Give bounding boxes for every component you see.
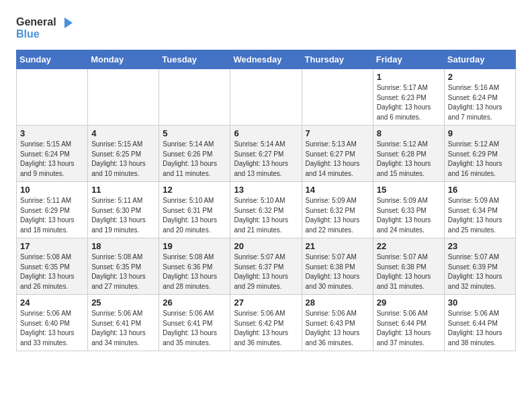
calendar-day-23: 23Sunrise: 5:07 AM Sunset: 6:39 PM Dayli… [444, 238, 515, 295]
weekday-header-thursday: Thursday [302, 50, 373, 69]
day-info: Sunrise: 5:11 AM Sunset: 6:30 PM Dayligh… [91, 197, 147, 234]
day-info: Sunrise: 5:15 AM Sunset: 6:25 PM Dayligh… [91, 140, 147, 177]
day-info: Sunrise: 5:14 AM Sunset: 6:26 PM Dayligh… [163, 140, 218, 177]
day-number: 25 [91, 298, 155, 308]
logo: GeneralBlue [16, 13, 77, 43]
day-number: 21 [306, 241, 369, 251]
calendar-day-13: 13Sunrise: 5:10 AM Sunset: 6:32 PM Dayli… [230, 182, 302, 238]
day-number: 19 [163, 241, 226, 251]
day-number: 1 [377, 72, 441, 82]
calendar-day-15: 15Sunrise: 5:09 AM Sunset: 6:33 PM Dayli… [373, 182, 444, 238]
calendar-day-empty [159, 69, 230, 126]
day-number: 10 [20, 185, 84, 195]
calendar-week-row: 17Sunrise: 5:08 AM Sunset: 6:35 PM Dayli… [17, 238, 516, 295]
day-info: Sunrise: 5:06 AM Sunset: 6:44 PM Dayligh… [448, 310, 504, 347]
calendar-day-16: 16Sunrise: 5:09 AM Sunset: 6:34 PM Dayli… [444, 182, 515, 238]
day-number: 29 [377, 298, 441, 308]
day-info: Sunrise: 5:10 AM Sunset: 6:32 PM Dayligh… [234, 197, 290, 234]
day-info: Sunrise: 5:13 AM Sunset: 6:27 PM Dayligh… [306, 140, 361, 177]
calendar-day-28: 28Sunrise: 5:06 AM Sunset: 6:43 PM Dayli… [302, 295, 373, 351]
day-number: 11 [91, 185, 155, 195]
calendar-day-20: 20Sunrise: 5:07 AM Sunset: 6:37 PM Dayli… [230, 238, 302, 295]
day-number: 28 [306, 298, 369, 308]
day-info: Sunrise: 5:17 AM Sunset: 6:23 PM Dayligh… [377, 84, 433, 121]
day-number: 12 [163, 185, 226, 195]
day-number: 8 [377, 128, 441, 138]
calendar-table: SundayMondayTuesdayWednesdayThursdayFrid… [16, 50, 516, 351]
svg-text:General: General [16, 16, 56, 28]
day-number: 23 [448, 241, 512, 251]
day-info: Sunrise: 5:14 AM Sunset: 6:27 PM Dayligh… [234, 140, 290, 177]
calendar-day-7: 7Sunrise: 5:13 AM Sunset: 6:27 PM Daylig… [302, 126, 373, 182]
day-info: Sunrise: 5:15 AM Sunset: 6:24 PM Dayligh… [20, 140, 76, 177]
day-info: Sunrise: 5:12 AM Sunset: 6:29 PM Dayligh… [448, 140, 504, 177]
day-info: Sunrise: 5:06 AM Sunset: 6:42 PM Dayligh… [234, 310, 290, 347]
calendar-day-empty [17, 69, 88, 126]
calendar-day-9: 9Sunrise: 5:12 AM Sunset: 6:29 PM Daylig… [444, 126, 515, 182]
logo-svg: GeneralBlue [16, 13, 77, 43]
weekday-header-tuesday: Tuesday [159, 50, 230, 69]
calendar-day-1: 1Sunrise: 5:17 AM Sunset: 6:23 PM Daylig… [373, 69, 444, 126]
calendar-day-10: 10Sunrise: 5:11 AM Sunset: 6:29 PM Dayli… [17, 182, 88, 238]
calendar-day-5: 5Sunrise: 5:14 AM Sunset: 6:26 PM Daylig… [159, 126, 230, 182]
day-info: Sunrise: 5:12 AM Sunset: 6:28 PM Dayligh… [377, 140, 433, 177]
calendar-day-8: 8Sunrise: 5:12 AM Sunset: 6:28 PM Daylig… [373, 126, 444, 182]
calendar-day-3: 3Sunrise: 5:15 AM Sunset: 6:24 PM Daylig… [17, 126, 88, 182]
calendar-day-19: 19Sunrise: 5:08 AM Sunset: 6:36 PM Dayli… [159, 238, 230, 295]
day-info: Sunrise: 5:06 AM Sunset: 6:44 PM Dayligh… [377, 310, 433, 347]
day-number: 18 [91, 241, 155, 251]
day-info: Sunrise: 5:08 AM Sunset: 6:36 PM Dayligh… [163, 253, 218, 290]
day-number: 13 [234, 185, 298, 195]
day-info: Sunrise: 5:06 AM Sunset: 6:43 PM Dayligh… [306, 310, 361, 347]
weekday-header-friday: Friday [373, 50, 444, 69]
day-info: Sunrise: 5:07 AM Sunset: 6:38 PM Dayligh… [306, 253, 361, 290]
calendar-day-30: 30Sunrise: 5:06 AM Sunset: 6:44 PM Dayli… [444, 295, 515, 351]
day-number: 3 [20, 128, 84, 138]
calendar-day-2: 2Sunrise: 5:16 AM Sunset: 6:24 PM Daylig… [444, 69, 515, 126]
day-number: 6 [234, 128, 298, 138]
day-number: 5 [163, 128, 226, 138]
calendar-day-11: 11Sunrise: 5:11 AM Sunset: 6:30 PM Dayli… [88, 182, 159, 238]
calendar-day-empty [88, 69, 159, 126]
day-number: 27 [234, 298, 298, 308]
calendar-day-12: 12Sunrise: 5:10 AM Sunset: 6:31 PM Dayli… [159, 182, 230, 238]
day-number: 22 [377, 241, 441, 251]
day-info: Sunrise: 5:09 AM Sunset: 6:34 PM Dayligh… [448, 197, 504, 234]
day-number: 17 [20, 241, 84, 251]
calendar-day-22: 22Sunrise: 5:07 AM Sunset: 6:38 PM Dayli… [373, 238, 444, 295]
day-number: 4 [91, 128, 155, 138]
day-info: Sunrise: 5:16 AM Sunset: 6:24 PM Dayligh… [448, 84, 504, 121]
header: GeneralBlue [16, 13, 516, 43]
day-info: Sunrise: 5:08 AM Sunset: 6:35 PM Dayligh… [91, 253, 147, 290]
calendar-week-row: 10Sunrise: 5:11 AM Sunset: 6:29 PM Dayli… [17, 182, 516, 238]
calendar-day-18: 18Sunrise: 5:08 AM Sunset: 6:35 PM Dayli… [88, 238, 159, 295]
calendar-day-empty [230, 69, 302, 126]
day-number: 16 [448, 185, 512, 195]
day-number: 20 [234, 241, 298, 251]
day-number: 26 [163, 298, 226, 308]
weekday-header-wednesday: Wednesday [230, 50, 302, 69]
calendar-day-29: 29Sunrise: 5:06 AM Sunset: 6:44 PM Dayli… [373, 295, 444, 351]
calendar-day-17: 17Sunrise: 5:08 AM Sunset: 6:35 PM Dayli… [17, 238, 88, 295]
calendar-day-26: 26Sunrise: 5:06 AM Sunset: 6:41 PM Dayli… [159, 295, 230, 351]
day-info: Sunrise: 5:07 AM Sunset: 6:38 PM Dayligh… [377, 253, 433, 290]
day-info: Sunrise: 5:06 AM Sunset: 6:40 PM Dayligh… [20, 310, 76, 347]
weekday-header-sunday: Sunday [17, 50, 88, 69]
day-info: Sunrise: 5:11 AM Sunset: 6:29 PM Dayligh… [20, 197, 76, 234]
calendar-day-25: 25Sunrise: 5:06 AM Sunset: 6:41 PM Dayli… [88, 295, 159, 351]
day-info: Sunrise: 5:07 AM Sunset: 6:37 PM Dayligh… [234, 253, 290, 290]
day-number: 9 [448, 128, 512, 138]
calendar-day-24: 24Sunrise: 5:06 AM Sunset: 6:40 PM Dayli… [17, 295, 88, 351]
calendar-day-6: 6Sunrise: 5:14 AM Sunset: 6:27 PM Daylig… [230, 126, 302, 182]
calendar-day-empty [302, 69, 373, 126]
page: GeneralBlue SundayMondayTuesdayWednesday… [0, 0, 532, 365]
day-number: 7 [306, 128, 369, 138]
day-number: 14 [306, 185, 369, 195]
svg-marker-2 [64, 17, 73, 28]
day-number: 15 [377, 185, 441, 195]
day-info: Sunrise: 5:06 AM Sunset: 6:41 PM Dayligh… [163, 310, 218, 347]
weekday-header-row: SundayMondayTuesdayWednesdayThursdayFrid… [17, 50, 516, 69]
weekday-header-saturday: Saturday [444, 50, 515, 69]
day-number: 30 [448, 298, 512, 308]
day-number: 24 [20, 298, 84, 308]
